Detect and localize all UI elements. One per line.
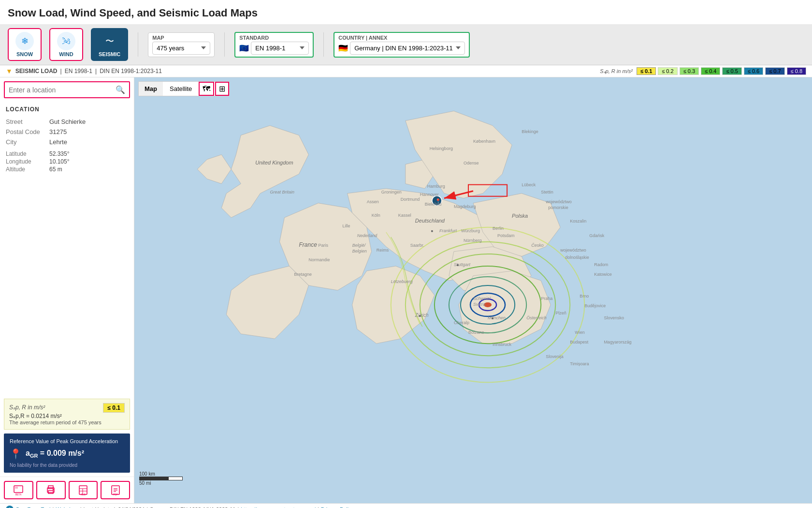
- search-input[interactable]: [9, 86, 116, 94]
- map-tabs: Map Satellite 🗺 ⊞: [138, 81, 230, 96]
- sidebar: 🔍 LOCATION Street Gut Schierke Postal Co…: [0, 77, 134, 503]
- svg-text:München: München: [488, 315, 506, 320]
- wind-button[interactable]: 🌬 WIND: [49, 28, 83, 61]
- lon-value: 10.105°: [49, 158, 128, 165]
- svg-text:dolnośląskie: dolnośląskie: [565, 255, 589, 260]
- seismic-button[interactable]: 〜 SEISMIC: [91, 28, 128, 61]
- agr-sub: GR: [30, 453, 38, 459]
- legend-02[interactable]: ≤ 0.2: [658, 67, 677, 75]
- search-box[interactable]: 🔍: [4, 81, 130, 98]
- svg-text:Great Britain: Great Britain: [270, 190, 294, 194]
- legend-08[interactable]: ≤ 0.8: [787, 67, 806, 75]
- map-view-btn-1[interactable]: 🗺: [199, 82, 214, 96]
- svg-text:Köln: Köln: [372, 213, 380, 218]
- location-title: LOCATION: [6, 106, 128, 113]
- map-select[interactable]: 475 years: [152, 42, 210, 55]
- table-row: Longitude 10.105°: [6, 158, 128, 165]
- street-label: Street: [6, 117, 49, 127]
- svg-text:United Kingdom: United Kingdom: [255, 160, 293, 165]
- search-icon[interactable]: 🔍: [116, 85, 125, 94]
- scale-50-bar: [168, 477, 183, 480]
- svg-text:Stettin: Stettin: [541, 190, 553, 194]
- svg-text:Berlin: Berlin: [493, 226, 504, 231]
- svg-text:Frankfurt: Frankfurt: [439, 228, 457, 233]
- sap-title: Sₐp, R in m/s²: [9, 404, 45, 411]
- svg-text:Oberalp: Oberalp: [454, 320, 469, 325]
- svg-rect-5: [48, 491, 53, 493]
- svg-text:Slovensko: Slovensko: [604, 315, 624, 320]
- svg-text:Odense: Odense: [464, 161, 479, 165]
- svg-text:Helsingborg: Helsingborg: [430, 146, 453, 151]
- map-tab-map[interactable]: Map: [139, 82, 163, 96]
- street-value: Gut Schierke: [49, 117, 128, 127]
- status-standard2: DIN EN 1998-1:2023-11: [100, 68, 162, 75]
- arrow-down-icon: ▼: [6, 67, 13, 75]
- location-section: LOCATION Street Gut Schierke Postal Code…: [0, 102, 134, 399]
- de-flag-icon: 🇩🇪: [338, 44, 348, 53]
- svg-text:województwo: województwo: [560, 248, 586, 253]
- svg-text:XLS: XLS: [81, 493, 86, 495]
- map-view-btn-2[interactable]: ⊞: [215, 82, 229, 96]
- svg-text:Deutschland: Deutschland: [415, 218, 445, 224]
- svg-text:København: København: [473, 139, 495, 144]
- legend-01[interactable]: ≤ 0.1: [637, 67, 656, 75]
- scale-line: [139, 477, 183, 480]
- sap-section: Sₐp, R in m/s² ≤ 0.1 Sₐp,R = 0.0214 m/s²…: [4, 399, 130, 430]
- action-buttons: BETA XLS: [0, 477, 134, 503]
- svg-point-44: [431, 230, 433, 232]
- alt-label: Altitude: [6, 165, 49, 173]
- standard-select-group: STANDARD 🇪🇺 EN 1998-1: [239, 35, 309, 55]
- svg-text:Plzeň: Plzeň: [555, 311, 566, 315]
- svg-text:Radom: Radom: [594, 262, 608, 267]
- legend-05[interactable]: ≤ 0.5: [722, 67, 741, 75]
- svg-text:Praha: Praha: [541, 296, 552, 301]
- sep2: |: [95, 68, 97, 75]
- legend-03[interactable]: ≤ 0.3: [680, 67, 699, 75]
- status-bar-right: Sₐp, R in m/s² ≤ 0.1 ≤ 0.2 ≤ 0.3 ≤ 0.4 ≤…: [600, 67, 806, 75]
- legend-04[interactable]: ≤ 0.4: [701, 67, 720, 75]
- country-select-wrapper: COUNTRY | ANNEX 🇩🇪 Germany | DIN EN 1998…: [334, 32, 470, 58]
- svg-text:Bretagne: Bretagne: [294, 272, 312, 277]
- map-tab-satellite[interactable]: Satellite: [164, 82, 198, 96]
- svg-text:BETA: BETA: [15, 493, 22, 495]
- svg-rect-1: [15, 487, 18, 489]
- map-container[interactable]: United Kingdom Great Britain France Deut…: [134, 77, 812, 503]
- svg-text:Lille: Lille: [343, 224, 350, 228]
- alt-value: 65 m: [49, 165, 128, 173]
- scale-50-label: 50 mi: [139, 480, 183, 486]
- snow-button[interactable]: ❄ SNOW: [8, 28, 42, 61]
- svg-text:Brno: Brno: [580, 294, 589, 299]
- svg-text:Koszalin: Koszalin: [570, 219, 586, 224]
- postal-label: Postal Code: [6, 127, 49, 137]
- scale-100-label: 100 km: [139, 471, 183, 477]
- legend-07[interactable]: ≤ 0.7: [765, 67, 784, 75]
- standard-select[interactable]: EN 1998-1: [251, 42, 309, 55]
- divider3: [323, 32, 324, 57]
- svg-text:Hannover: Hannover: [420, 192, 439, 197]
- country-select[interactable]: Germany | DIN EN 1998-1:2023-11: [350, 42, 465, 55]
- print-icon: [45, 485, 56, 495]
- seismic-icon: 〜: [101, 32, 119, 50]
- svg-text:PDF: PDF: [113, 493, 118, 495]
- svg-text:Bolzano: Bolzano: [468, 330, 484, 335]
- wind-icon: 🌬: [57, 32, 75, 50]
- sap-value: Sₐp,R = 0.0214 m/s²: [9, 413, 125, 419]
- divider1: [138, 32, 138, 57]
- svg-text:Lëtzebuerg: Lëtzebuerg: [391, 279, 413, 284]
- scale-100-bar: [139, 477, 168, 480]
- legend-06[interactable]: ≤ 0.6: [744, 67, 763, 75]
- country-label: COUNTRY | ANNEX: [338, 35, 465, 41]
- svg-text:Assen: Assen: [367, 199, 379, 204]
- city-value: Lehrte: [49, 137, 128, 147]
- export-btn-1[interactable]: BETA: [4, 481, 33, 499]
- xls-btn[interactable]: XLS: [69, 481, 98, 499]
- snow-label: SNOW: [16, 51, 33, 57]
- svg-text:Svizra: Svizra: [473, 302, 485, 307]
- load-type: SEISMIC LOAD: [15, 68, 58, 75]
- print-btn[interactable]: [36, 481, 66, 499]
- agr-section: Reference Value of Peak Ground Accelerat…: [4, 433, 130, 473]
- svg-text:Normandie: Normandie: [309, 257, 330, 262]
- svg-text:Bielefeld: Bielefeld: [425, 202, 442, 207]
- table-row: Altitude 65 m: [6, 165, 128, 173]
- pdf-btn[interactable]: PDF: [101, 481, 130, 499]
